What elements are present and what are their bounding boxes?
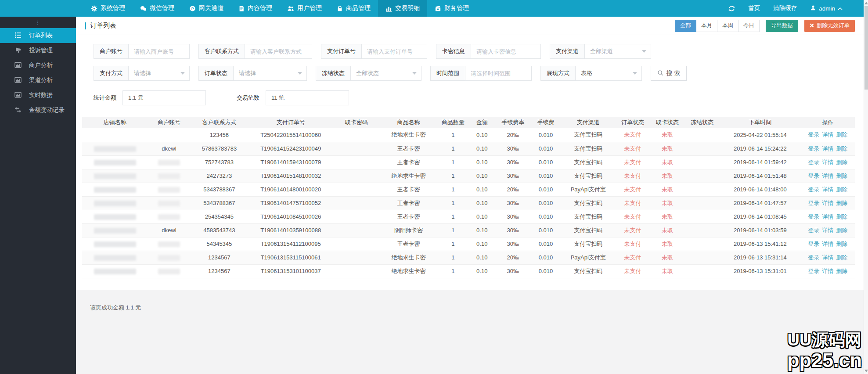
scrollbar-thumb[interactable] bbox=[864, 6, 868, 90]
nav-item-goods[interactable]: 商品管理 bbox=[329, 0, 378, 17]
delete-link[interactable]: 删除 bbox=[836, 131, 847, 138]
search-button[interactable]: 搜 索 bbox=[651, 66, 687, 81]
nav-item-wechat[interactable]: 微信管理 bbox=[133, 0, 182, 17]
login-link[interactable]: 登录 bbox=[808, 213, 819, 220]
cell-actions: 登录详情删除 bbox=[801, 155, 855, 169]
column-header: 下单时间 bbox=[720, 117, 801, 128]
delete-link[interactable]: 删除 bbox=[836, 159, 847, 165]
detail-link[interactable]: 详情 bbox=[822, 186, 833, 193]
sidebar-item-merchant-analysis[interactable]: 商户分析 bbox=[0, 58, 76, 73]
table-row: 1234567 T190613153115100061 绝地求生卡密 1 0.1… bbox=[82, 251, 855, 264]
card-info-input[interactable] bbox=[471, 44, 540, 58]
delete-link[interactable]: 删除 bbox=[836, 227, 847, 234]
tab-this-week[interactable]: 本周 bbox=[717, 20, 738, 32]
sidebar-item-channel-analysis[interactable]: 渠道分析 bbox=[0, 73, 76, 88]
time-range-input[interactable] bbox=[465, 66, 531, 80]
freeze-status-select[interactable]: 全部状态 bbox=[351, 66, 421, 80]
pay-channel-select[interactable]: 全部渠道 bbox=[585, 44, 651, 58]
delete-link[interactable]: 删除 bbox=[836, 145, 847, 152]
login-link[interactable]: 登录 bbox=[808, 200, 819, 206]
filter-row-2: 支付方式 请选择 订单状态 请选择 冻结状态 全部状态 bbox=[94, 66, 855, 81]
user-menu[interactable]: admin bbox=[810, 5, 843, 12]
column-header: 手续费 bbox=[530, 117, 561, 128]
refresh-icon[interactable] bbox=[728, 5, 735, 12]
detail-link[interactable]: 详情 bbox=[822, 200, 833, 206]
detail-link[interactable]: 详情 bbox=[822, 173, 833, 179]
delete-link[interactable]: 删除 bbox=[836, 254, 847, 261]
home-link[interactable]: 首页 bbox=[748, 4, 760, 12]
login-link[interactable]: 登录 bbox=[808, 173, 819, 179]
tab-all[interactable]: 全部 bbox=[675, 20, 696, 32]
detail-link[interactable]: 详情 bbox=[822, 213, 833, 220]
total-amount-label: 统计金额 bbox=[94, 94, 116, 102]
delete-link[interactable]: 删除 bbox=[836, 213, 847, 220]
login-link[interactable]: 登录 bbox=[808, 227, 819, 234]
detail-link[interactable]: 详情 bbox=[822, 131, 833, 138]
nav-item-content[interactable]: 内容管理 bbox=[231, 0, 280, 17]
tab-this-month[interactable]: 本月 bbox=[696, 20, 717, 32]
cell-shop-name bbox=[82, 223, 148, 237]
login-link[interactable]: 登录 bbox=[808, 268, 819, 274]
nav-utilities: 首页 清除缓存 admin bbox=[728, 0, 868, 17]
detail-link[interactable]: 详情 bbox=[822, 159, 833, 165]
delete-invalid-orders-button[interactable]: 删除无效订单 bbox=[804, 20, 855, 32]
cell-merchant-account: dkewl bbox=[148, 142, 191, 155]
nav-item-users[interactable]: 用户管理 bbox=[280, 0, 329, 17]
scroll-up-arrow[interactable] bbox=[864, 2, 868, 4]
delete-link[interactable]: 删除 bbox=[836, 268, 847, 274]
delete-link[interactable]: 删除 bbox=[836, 241, 847, 247]
pay-order-no-input[interactable] bbox=[362, 44, 427, 58]
column-header: 冻结状态 bbox=[685, 117, 720, 128]
sidebar-item-order-list[interactable]: 订单列表 bbox=[0, 28, 76, 43]
sidebar-item-complaints[interactable]: 投诉管理 bbox=[0, 43, 76, 58]
display-mode-select[interactable]: 表格 bbox=[576, 66, 641, 80]
total-amount-value[interactable]: 1.1 元 bbox=[122, 90, 206, 105]
orders-table-wrap: 店铺名称商户账号客户联系方式支付订单号取卡密码商品名称商品数量金额手续费率手续费… bbox=[76, 105, 864, 278]
detail-link[interactable]: 详情 bbox=[822, 241, 833, 247]
customer-contact-input[interactable] bbox=[245, 44, 312, 58]
cell-amount: 0.10 bbox=[468, 251, 496, 264]
detail-link[interactable]: 详情 bbox=[822, 268, 833, 274]
sidebar-item-realtime-data[interactable]: 实时数据 bbox=[0, 88, 76, 103]
nav-label: 用户管理 bbox=[297, 4, 322, 12]
detail-link[interactable]: 详情 bbox=[822, 145, 833, 152]
chevron-down-icon bbox=[642, 50, 646, 53]
login-link[interactable]: 登录 bbox=[808, 145, 819, 152]
delete-link[interactable]: 删除 bbox=[836, 200, 847, 206]
filter-label: 支付方式 bbox=[94, 66, 129, 80]
sidebar-item-amount-change-log[interactable]: 金额变动记录 bbox=[0, 103, 76, 118]
nav-item-finance[interactable]: 财务管理 bbox=[427, 0, 476, 17]
order-status-select[interactable]: 请选择 bbox=[234, 66, 306, 80]
pay-method-select[interactable]: 请选择 bbox=[129, 66, 189, 80]
nav-label: 系统管理 bbox=[101, 4, 125, 12]
table-row: dkewl 57863783783 T190614152423100049 王者… bbox=[82, 142, 855, 155]
vertical-scrollbar[interactable] bbox=[864, 0, 868, 374]
nav-item-gateway[interactable]: P 网关通道 bbox=[182, 0, 231, 17]
login-link[interactable]: 登录 bbox=[808, 131, 819, 138]
clear-cache-link[interactable]: 清除缓存 bbox=[773, 4, 797, 12]
cell-fee-rate: 30‰ bbox=[496, 223, 530, 237]
nav-item-system[interactable]: 系统管理 bbox=[83, 0, 133, 17]
tab-today[interactable]: 今日 bbox=[738, 20, 760, 32]
merchant-account-filter: 商户账号 bbox=[94, 44, 190, 59]
chevron-down-icon bbox=[298, 72, 302, 75]
merchant-account-input[interactable] bbox=[129, 44, 189, 58]
detail-link[interactable]: 详情 bbox=[822, 227, 833, 234]
transaction-count-value[interactable]: 11 笔 bbox=[266, 90, 349, 105]
login-link[interactable]: 登录 bbox=[808, 159, 819, 165]
delete-link[interactable]: 删除 bbox=[836, 173, 847, 179]
delete-link[interactable]: 删除 bbox=[836, 186, 847, 193]
username: admin bbox=[819, 5, 835, 12]
export-data-button[interactable]: 导出数据 bbox=[766, 20, 798, 32]
sidebar-collapse-toggle[interactable]: ⋮ bbox=[0, 17, 76, 28]
detail-link[interactable]: 详情 bbox=[822, 254, 833, 261]
login-link[interactable]: 登录 bbox=[808, 254, 819, 261]
merchant-account: dkewl bbox=[162, 227, 176, 234]
cell-shop-name bbox=[82, 196, 148, 210]
table-row: 123456 T250422015514100060 绝地求生卡密 1 0.10… bbox=[82, 128, 855, 142]
login-link[interactable]: 登录 bbox=[808, 241, 819, 247]
login-link[interactable]: 登录 bbox=[808, 186, 819, 193]
nav-item-transactions[interactable]: 交易明细 bbox=[378, 0, 427, 17]
cell-product-name: 绝地求生卡密 bbox=[380, 128, 438, 142]
scroll-down-arrow[interactable] bbox=[864, 370, 868, 372]
